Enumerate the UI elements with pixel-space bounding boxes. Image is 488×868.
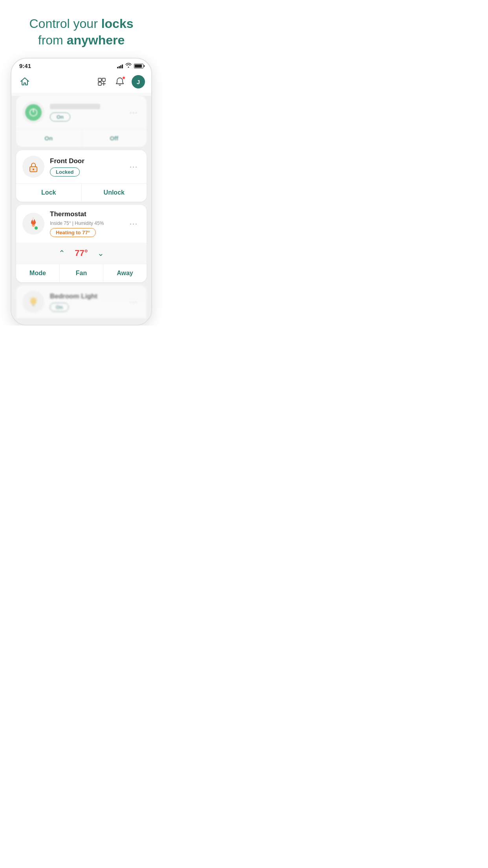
fan-button[interactable]: Fan [59, 264, 103, 282]
hero-section: Control your locks from anywhere [0, 0, 163, 58]
front-door-card: Front Door Locked ··· Lock Unlock [16, 150, 147, 202]
thermostat-card: Thermostat Inside 75° | Humidity 45% Hea… [16, 205, 147, 282]
bedroom-more[interactable]: ··· [127, 296, 140, 308]
lock-button[interactable]: Lock [16, 184, 81, 202]
wifi-icon [125, 63, 132, 69]
thermostat-main: Thermostat Inside 75° | Humidity 45% Hea… [16, 205, 147, 243]
thermostat-actions: Mode Fan Away [16, 264, 147, 282]
bedroom-info: Bedroom Light On [50, 292, 122, 312]
thermostat-status: Heating to 77° [50, 228, 96, 237]
front-door-status: Locked [50, 167, 80, 177]
temp-down-button[interactable]: ⌄ [97, 248, 104, 258]
svg-rect-11 [32, 305, 35, 305]
hero-title: Control your locks from anywhere [12, 16, 151, 48]
svg-line-15 [37, 298, 37, 299]
thermostat-subtitle: Inside 75° | Humidity 45% [50, 221, 122, 226]
phone-mockup: 9:41 [11, 58, 152, 326]
header-right: J [95, 75, 145, 88]
online-dot [34, 226, 38, 230]
svg-rect-0 [98, 78, 101, 81]
prev-card-info: On [50, 104, 122, 121]
app-header: J [11, 72, 151, 93]
svg-line-14 [30, 298, 31, 299]
bedroom-icon-wrap [22, 291, 44, 313]
mode-button[interactable]: Mode [16, 264, 59, 282]
thermostat-info: Thermostat Inside 75° | Humidity 45% Hea… [50, 210, 122, 237]
prev-more-btn: ··· [127, 107, 140, 118]
prev-on-btn: On [16, 129, 81, 147]
flame-icon-wrap [28, 217, 39, 231]
temp-up-button[interactable]: ⌃ [59, 248, 65, 258]
prev-toggle: On [50, 112, 70, 121]
bedroom-main: Bedroom Light On ··· [16, 285, 147, 318]
away-button[interactable]: Away [103, 264, 147, 282]
svg-rect-9 [33, 169, 34, 170]
svg-rect-1 [102, 78, 105, 81]
status-bar: 9:41 [11, 59, 151, 72]
bulb-icon [28, 296, 39, 308]
front-door-info: Front Door Locked [50, 157, 122, 177]
prev-card-main: On ··· [16, 96, 147, 129]
front-door-name: Front Door [50, 157, 122, 165]
lock-icon [27, 160, 40, 173]
prev-device-icon-wrap [22, 101, 44, 123]
lock-icon-wrap [22, 156, 44, 178]
front-door-main: Front Door Locked ··· [16, 150, 147, 183]
thermostat-more[interactable]: ··· [127, 218, 140, 230]
unlock-button[interactable]: Unlock [81, 184, 147, 202]
prev-on-off-row: On Off [16, 129, 147, 147]
bedroom-light-card: Bedroom Light On ··· [16, 285, 147, 318]
scroll-content: On ··· On Off [11, 96, 151, 325]
status-time: 9:41 [19, 63, 31, 69]
status-icons [117, 63, 143, 69]
power-icon [25, 104, 42, 121]
bedroom-status: On [50, 303, 69, 312]
front-door-actions: Lock Unlock [16, 183, 147, 202]
notification-bell[interactable] [114, 75, 126, 88]
prev-device-card: On ··· On Off [16, 96, 147, 147]
svg-rect-2 [98, 82, 101, 85]
temp-controls: ⌃ 77° ⌄ [16, 243, 147, 264]
home-icon[interactable] [18, 75, 32, 89]
avatar[interactable]: J [132, 75, 145, 88]
battery-icon [134, 64, 143, 68]
temp-display: 77° [75, 248, 88, 258]
front-door-more[interactable]: ··· [127, 161, 140, 173]
notification-dot [122, 76, 125, 79]
signal-icon [117, 64, 123, 68]
thermostat-name: Thermostat [50, 210, 122, 218]
prev-off-btn: Off [81, 129, 147, 147]
svg-point-10 [30, 298, 37, 305]
thermostat-icon-wrap [22, 213, 44, 235]
bedroom-name: Bedroom Light [50, 292, 122, 300]
svg-rect-12 [32, 305, 35, 306]
grid-icon[interactable] [95, 75, 108, 88]
